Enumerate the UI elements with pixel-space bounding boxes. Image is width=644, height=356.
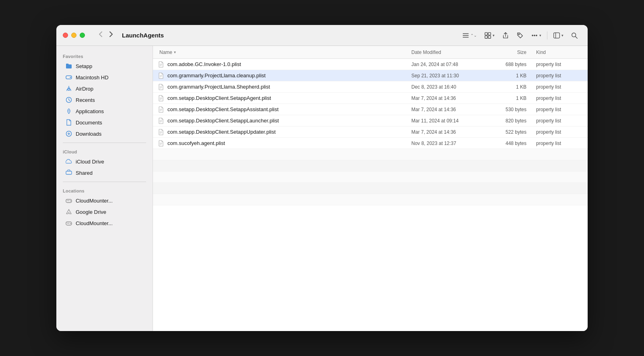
table-row[interactable]: com.setapp.DesktopClient.SetappAssistant… bbox=[153, 104, 588, 115]
file-date-cell: Jan 24, 2024 at 07:48 bbox=[407, 62, 487, 67]
forward-button[interactable] bbox=[107, 30, 116, 40]
file-size-cell: 1 KB bbox=[487, 84, 531, 90]
empty-row-4 bbox=[153, 183, 588, 194]
sidebar-item-downloads-label: Downloads bbox=[76, 131, 101, 137]
more-button[interactable]: ▾ bbox=[528, 29, 545, 41]
sidebar-toggle-button[interactable]: ▾ bbox=[550, 29, 567, 41]
file-name-cell: com.grammarly.ProjectLlama.cleanup.plist bbox=[153, 72, 407, 79]
shared-icon bbox=[65, 169, 72, 176]
file-kind-cell: property list bbox=[531, 141, 588, 146]
file-icon bbox=[158, 72, 164, 79]
file-name-cell: com.setapp.DesktopClient.SetappUpdater.p… bbox=[153, 129, 407, 135]
col-header-size[interactable]: Size bbox=[487, 50, 531, 55]
empty-row-2 bbox=[153, 160, 588, 172]
minimize-button[interactable] bbox=[71, 33, 76, 38]
sidebar-item-airdrop[interactable]: AirDrop bbox=[59, 83, 150, 94]
file-date-cell: Dec 8, 2023 at 16:40 bbox=[407, 84, 487, 90]
sidebar-divider-1 bbox=[63, 143, 146, 143]
table-row[interactable]: com.grammarly.ProjectLlama.Shepherd.plis… bbox=[153, 81, 588, 93]
sidebar-item-google-drive[interactable]: Google Drive bbox=[59, 206, 150, 217]
drive-icon bbox=[65, 74, 72, 81]
table-row[interactable]: com.grammarly.ProjectLlama.cleanup.plist… bbox=[153, 70, 588, 81]
sidebar-item-documents[interactable]: Documents bbox=[59, 117, 150, 128]
list-view-button[interactable]: ⌃⌄ bbox=[459, 29, 480, 41]
download-icon bbox=[65, 130, 72, 137]
file-name-cell: com.setapp.DesktopClient.SetappAgent.pli… bbox=[153, 95, 407, 101]
sidebar-item-setapp[interactable]: Setapp bbox=[59, 60, 150, 72]
table-row[interactable]: com.setapp.DesktopClient.SetappLauncher.… bbox=[153, 115, 588, 126]
search-button[interactable] bbox=[568, 29, 581, 41]
svg-point-16 bbox=[70, 77, 71, 78]
column-header: Name ▾ Date Modified Size Kind bbox=[153, 46, 588, 59]
col-header-date[interactable]: Date Modified bbox=[407, 50, 487, 55]
file-size-cell: 448 bytes bbox=[487, 141, 531, 146]
file-name-cell: com.sucofyeh.agent.plist bbox=[153, 140, 407, 147]
more-caret: ▾ bbox=[539, 33, 541, 37]
close-button[interactable] bbox=[63, 33, 68, 38]
svg-rect-21 bbox=[66, 171, 72, 174]
empty-row-3 bbox=[153, 172, 588, 183]
svg-point-23 bbox=[70, 201, 71, 201]
sidebar-item-airdrop-label: AirDrop bbox=[76, 86, 93, 92]
sidebar-item-icloud-drive[interactable]: iCloud Drive bbox=[59, 156, 150, 167]
locations-label: Locations bbox=[56, 185, 153, 195]
sidebar-caret: ▾ bbox=[561, 33, 564, 37]
file-kind-cell: property list bbox=[531, 84, 588, 90]
table-row[interactable]: com.sucofyeh.agent.plist Nov 8, 2023 at … bbox=[153, 138, 588, 149]
sidebar-item-macintosh-hd-label: Macintosh HD bbox=[76, 75, 109, 81]
sidebar-item-setapp-label: Setapp bbox=[76, 63, 92, 69]
google-drive-icon bbox=[65, 208, 72, 215]
file-kind-cell: property list bbox=[531, 95, 588, 101]
svg-point-19 bbox=[68, 110, 69, 111]
file-date-cell: Mar 7, 2024 at 14:36 bbox=[407, 107, 487, 112]
doc-icon bbox=[65, 119, 72, 126]
maximize-button[interactable] bbox=[80, 33, 85, 38]
file-size-cell: 1 KB bbox=[487, 73, 531, 79]
file-kind-cell: property list bbox=[531, 129, 588, 135]
grid-view-button[interactable]: ▾ bbox=[481, 29, 498, 41]
clock-icon bbox=[65, 96, 72, 103]
file-list-pane: Name ▾ Date Modified Size Kind com.adobe… bbox=[153, 46, 588, 331]
sidebar-item-shared[interactable]: Shared bbox=[59, 167, 150, 178]
rocket-icon bbox=[65, 108, 72, 115]
svg-rect-4 bbox=[488, 32, 491, 35]
sidebar-item-downloads[interactable]: Downloads bbox=[59, 128, 150, 139]
file-size-cell: 530 bytes bbox=[487, 107, 531, 112]
file-icon bbox=[158, 95, 164, 101]
sidebar-item-cloudmounter1[interactable]: CloudMounter... bbox=[59, 195, 150, 206]
file-date-cell: Mar 11, 2024 at 09:14 bbox=[407, 118, 487, 124]
share-button[interactable] bbox=[499, 29, 512, 41]
file-name-cell: com.setapp.DesktopClient.SetappLauncher.… bbox=[153, 118, 407, 124]
file-name-cell: com.grammarly.ProjectLlama.Shepherd.plis… bbox=[153, 84, 407, 90]
folder-icon bbox=[65, 62, 72, 70]
file-name-cell: com.setapp.DesktopClient.SetappAssistant… bbox=[153, 106, 407, 113]
col-header-kind[interactable]: Kind bbox=[531, 50, 588, 55]
sidebar-item-cloudmounter2[interactable]: CloudMounter... bbox=[59, 217, 150, 229]
svg-rect-11 bbox=[554, 33, 560, 38]
file-name: com.setapp.DesktopClient.SetappAssistant… bbox=[167, 106, 279, 112]
file-size-cell: 1 KB bbox=[487, 95, 531, 101]
titlebar: LaunchAgents ⌃⌄ ▾ bbox=[56, 25, 588, 46]
file-size-cell: 522 bytes bbox=[487, 129, 531, 135]
svg-point-25 bbox=[70, 223, 71, 224]
file-date-cell: Mar 7, 2024 at 14:36 bbox=[407, 129, 487, 135]
sidebar-item-macintosh-hd[interactable]: Macintosh HD bbox=[59, 72, 150, 83]
file-kind-cell: property list bbox=[531, 107, 588, 112]
col-header-name[interactable]: Name ▾ bbox=[153, 50, 407, 55]
back-button[interactable] bbox=[96, 30, 105, 40]
file-date-cell: Mar 7, 2024 at 14:36 bbox=[407, 95, 487, 101]
tag-button[interactable] bbox=[513, 29, 527, 41]
file-name: com.setapp.DesktopClient.SetappAgent.pli… bbox=[167, 95, 271, 101]
file-kind-cell: property list bbox=[531, 118, 588, 124]
table-row[interactable]: com.setapp.DesktopClient.SetappAgent.pli… bbox=[153, 93, 588, 104]
sidebar-item-cloudmounter2-label: CloudMounter... bbox=[76, 220, 113, 226]
svg-line-14 bbox=[576, 36, 578, 38]
sidebar-item-applications[interactable]: Applications bbox=[59, 106, 150, 117]
table-row[interactable]: com.adobe.GC.Invoker-1.0.plist Jan 24, 2… bbox=[153, 59, 588, 70]
svg-point-10 bbox=[536, 35, 537, 35]
sidebar-item-recents[interactable]: Recents bbox=[59, 94, 150, 106]
file-icon bbox=[158, 129, 164, 135]
table-row[interactable]: com.setapp.DesktopClient.SetappUpdater.p… bbox=[153, 126, 588, 138]
cloud-drive-icon-2 bbox=[65, 219, 72, 227]
file-size-cell: 688 bytes bbox=[487, 62, 531, 67]
